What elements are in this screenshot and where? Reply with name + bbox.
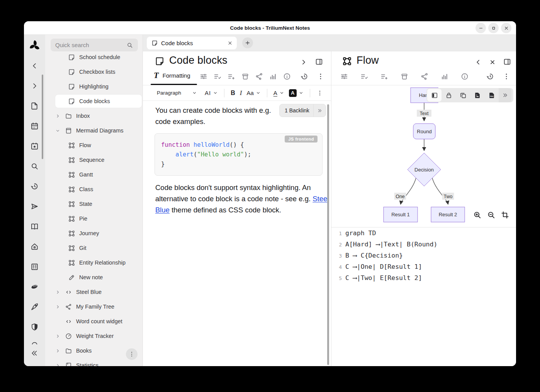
- ribbon-button-network[interactable]: [418, 71, 431, 82]
- launcher-button-building[interactable]: [30, 262, 39, 271]
- tree-item-mermaid-diagrams[interactable]: Mermaid Diagrams: [55, 124, 142, 137]
- background-color-dropdown[interactable]: A: [287, 89, 306, 97]
- launcher-button-rocket[interactable]: [30, 302, 39, 311]
- ribbon-button-kebab[interactable]: [500, 71, 513, 82]
- ribbon-button-sliders[interactable]: [197, 71, 210, 82]
- tree-more-button[interactable]: [126, 348, 138, 360]
- chevron-right-icon[interactable]: [55, 334, 65, 339]
- ribbon-button-list-plus[interactable]: [225, 71, 238, 82]
- tree-item-class[interactable]: Class: [55, 183, 142, 196]
- note-title[interactable]: Code blocks: [169, 54, 228, 66]
- launcher-button-calendar[interactable]: [30, 121, 39, 131]
- tab-code-blocks[interactable]: Code blocks: [147, 37, 237, 49]
- split-pane-button[interactable]: [503, 57, 512, 66]
- ribbon-tab-formatting[interactable]: T Formatting: [154, 71, 190, 80]
- ribbon-button-sliders[interactable]: [338, 71, 351, 82]
- zoom-in-button[interactable]: [473, 210, 482, 219]
- ribbon-button-box[interactable]: [239, 71, 252, 82]
- tree-item-state[interactable]: State: [55, 197, 142, 210]
- tree-item-school-schedule[interactable]: School schedule: [55, 51, 142, 64]
- launcher-button-note-map[interactable]: [30, 222, 39, 231]
- tree-item-word-count-widget[interactable]: Word count widget: [55, 315, 142, 328]
- launcher-button-jump-to[interactable]: [30, 81, 39, 90]
- ribbon-button-box[interactable]: [398, 71, 411, 82]
- diagram-toolbar-copy-button[interactable]: [456, 89, 470, 102]
- text-style-dropdown[interactable]: Aa: [244, 90, 263, 96]
- launcher-button-new-note[interactable]: [30, 101, 39, 110]
- ribbon-button-list-check[interactable]: [358, 71, 371, 82]
- tree-item-code-blocks[interactable]: Code blocks: [55, 95, 142, 108]
- tree-item-inbox[interactable]: Inbox: [55, 109, 142, 122]
- trilium-logo-icon[interactable]: [28, 39, 41, 52]
- launcher-button-home[interactable]: [30, 242, 39, 251]
- launcher-scrollbar[interactable]: [42, 75, 43, 159]
- ribbon-button-info[interactable]: [280, 71, 294, 82]
- launcher-button-collapse-launcher[interactable]: [30, 348, 39, 358]
- launcher-button-today[interactable]: [30, 141, 39, 151]
- tree-item-statistics[interactable]: Statistics: [55, 359, 142, 366]
- launcher-button-scrolled-item[interactable]: [30, 338, 39, 348]
- tree-item-gantt[interactable]: Gantt: [55, 168, 142, 181]
- maximize-button[interactable]: [488, 23, 499, 33]
- expand-note-button[interactable]: [299, 58, 308, 67]
- diagram-toolbar-layout-button[interactable]: [427, 89, 442, 102]
- close-button[interactable]: [501, 23, 511, 33]
- center-scrollbar[interactable]: [327, 104, 329, 365]
- zoom-out-button[interactable]: [487, 210, 496, 219]
- launcher-button-send[interactable]: [30, 202, 39, 211]
- tree-item-pie[interactable]: Pie: [55, 212, 142, 225]
- ribbon-button-chart[interactable]: [267, 71, 280, 82]
- minimize-button[interactable]: [475, 23, 486, 33]
- launcher-button-search[interactable]: [30, 161, 39, 171]
- tree-item-highlighting[interactable]: Highlighting: [55, 80, 142, 93]
- pane-title[interactable]: Flow: [357, 54, 379, 66]
- bold-button[interactable]: B: [228, 90, 238, 97]
- move-pane-left-button[interactable]: [474, 58, 483, 67]
- italic-button[interactable]: I: [238, 89, 245, 97]
- tree-item-new-note[interactable]: New note: [55, 271, 142, 284]
- note-icon[interactable]: [155, 56, 165, 66]
- chevron-right-icon[interactable]: [55, 290, 65, 295]
- launcher-button-protected-session[interactable]: [30, 322, 39, 331]
- ribbon-button-history[interactable]: [298, 71, 311, 82]
- tree-item-journey[interactable]: Journey: [55, 227, 142, 240]
- backlink-widget[interactable]: 1 Backlink: [279, 104, 326, 117]
- ribbon-button-chart[interactable]: [438, 71, 451, 82]
- code-block[interactable]: JS frontend function helloWorld() { aler…: [155, 133, 323, 176]
- toolbar-more-button[interactable]: [314, 90, 326, 97]
- note-paragraph[interactable]: Code blocks don't support syntax highlig…: [155, 182, 330, 216]
- tree-item-steel-blue[interactable]: Steel Blue: [55, 285, 142, 299]
- tree-item-sequence[interactable]: Sequence: [55, 153, 142, 166]
- diagram-toolbar-chevrons-right-button[interactable]: [499, 88, 511, 102]
- diagram-toolbar-file-image-button[interactable]: [470, 89, 484, 102]
- tree-item-checkbox-lists[interactable]: Checkbox lists: [55, 65, 142, 78]
- mermaid-source-editor[interactable]: 1graph TD2A[Hard] ⟶|Text| B(Round)3B ⟶ C…: [331, 229, 516, 285]
- diagram-toolbar-lock-button[interactable]: [442, 89, 456, 102]
- paragraph-style-dropdown[interactable]: Paragraph: [155, 90, 197, 96]
- crop-button[interactable]: [501, 210, 509, 219]
- chevrons-right-icon[interactable]: [313, 104, 326, 117]
- ribbon-button-list-plus[interactable]: [378, 71, 391, 82]
- chevron-right-icon[interactable]: [55, 304, 65, 309]
- font-size-dropdown[interactable]: AI: [202, 90, 220, 96]
- ribbon-button-network[interactable]: [253, 71, 266, 82]
- launcher-button-recent-changes[interactable]: [30, 182, 39, 191]
- launcher-button-collapse-tree[interactable]: [30, 61, 39, 70]
- diagram-toolbar-file-png-button[interactable]: PNG: [484, 89, 499, 102]
- ribbon-button-history[interactable]: [484, 71, 497, 82]
- chevron-down-icon[interactable]: [55, 128, 65, 133]
- tree-item-flow[interactable]: Flow: [55, 139, 142, 152]
- tree-item-entity-relationship[interactable]: Entity Relationship: [55, 256, 142, 269]
- font-color-dropdown[interactable]: A: [271, 90, 287, 96]
- diagram-source-divider[interactable]: [331, 227, 516, 227]
- tree-item-weight-tracker[interactable]: Weight Tracker: [55, 329, 142, 343]
- ribbon-button-list-check[interactable]: [211, 71, 224, 82]
- quick-search-input[interactable]: Quick search: [51, 39, 138, 51]
- ribbon-button-kebab[interactable]: [314, 71, 327, 82]
- chevron-right-icon[interactable]: [55, 363, 65, 367]
- new-tab-button[interactable]: [242, 37, 253, 48]
- split-pane-button[interactable]: [314, 57, 324, 66]
- mermaid-diagram[interactable]: TextOneTwoHardRoundDecisionResult 1Resul…: [331, 86, 516, 227]
- launcher-button-food[interactable]: [30, 282, 39, 291]
- tab-close-icon[interactable]: [227, 40, 233, 46]
